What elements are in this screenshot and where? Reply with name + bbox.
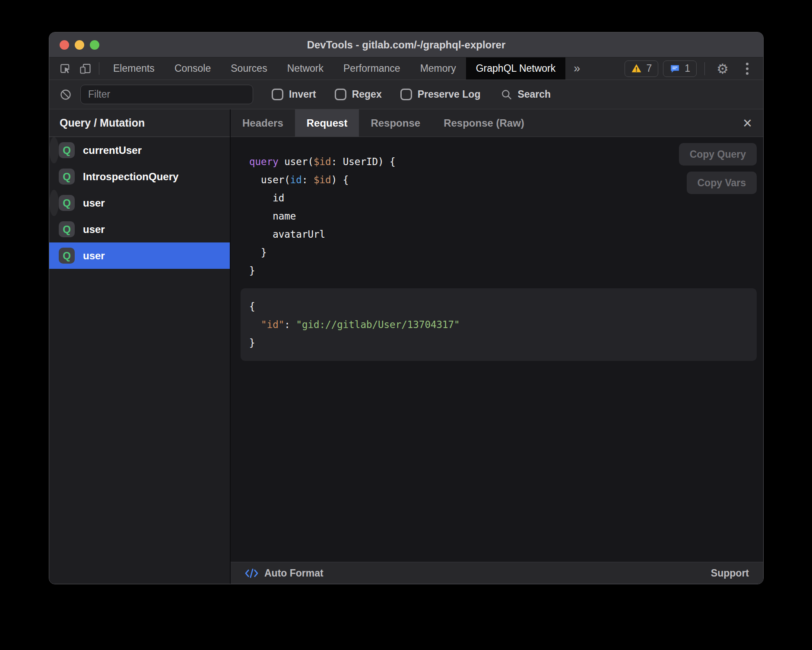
search-label: Search bbox=[517, 89, 551, 100]
issues-warning-badge[interactable]: 7 bbox=[625, 61, 658, 77]
sidebar-header: Query / Mutation bbox=[49, 109, 230, 137]
tab-performance[interactable]: Performance bbox=[333, 57, 410, 80]
filter-input[interactable] bbox=[80, 85, 253, 104]
warning-count: 7 bbox=[646, 63, 652, 74]
code-line: } bbox=[249, 334, 757, 352]
query-name-label: user bbox=[83, 223, 105, 236]
checkbox-regex[interactable]: Regex bbox=[335, 89, 382, 100]
query-type-badge: Q bbox=[59, 248, 75, 264]
detail-tab-request[interactable]: Request bbox=[295, 109, 359, 137]
detail-tabs-list: HeadersRequestResponseResponse (Raw) bbox=[231, 109, 536, 137]
close-panel-button[interactable]: × bbox=[739, 114, 755, 133]
more-panels-button[interactable]: » bbox=[565, 57, 588, 80]
device-toolbar-icon bbox=[79, 62, 92, 75]
copy-buttons: Copy Query Copy Vars bbox=[679, 143, 757, 194]
query-name-label: user bbox=[83, 250, 105, 262]
query-name-label: IntrospectionQuery bbox=[83, 171, 178, 183]
checkbox-box-icon bbox=[335, 89, 346, 100]
support-link[interactable]: Support bbox=[708, 567, 752, 580]
settings-button[interactable]: ⚙ bbox=[713, 61, 733, 76]
query-type-badge: Q bbox=[59, 142, 75, 158]
query-list-item[interactable]: QcurrentUser bbox=[49, 137, 59, 163]
variables-box: { "id": "gid://gitlab/User/13704317"} bbox=[241, 288, 757, 361]
request-body: Copy Query Copy Vars query user($id: Use… bbox=[231, 137, 763, 562]
titlebar: DevTools - gitlab.com/-/graphql-explorer bbox=[49, 32, 763, 57]
panel-content: Query / Mutation QcurrentUserQIntrospect… bbox=[49, 109, 763, 584]
checkbox-label: Preserve Log bbox=[418, 89, 481, 100]
close-window-button[interactable] bbox=[60, 40, 69, 50]
inspect-element-button[interactable] bbox=[55, 57, 75, 80]
detail-tab-headers[interactable]: Headers bbox=[231, 109, 295, 137]
checkbox-invert[interactable]: Invert bbox=[272, 89, 316, 100]
tab-network[interactable]: Network bbox=[277, 57, 333, 80]
query-name-label: currentUser bbox=[83, 144, 142, 156]
request-detail-panel: HeadersRequestResponseResponse (Raw) × C… bbox=[231, 109, 763, 584]
checkbox-label: Invert bbox=[289, 89, 316, 100]
toolbar-right-group: 7 1 ⚙ bbox=[625, 57, 763, 80]
toolbar-divider bbox=[704, 62, 705, 75]
customize-menu-button[interactable] bbox=[737, 63, 757, 75]
window-title: DevTools - gitlab.com/-/graphql-explorer bbox=[49, 39, 763, 51]
message-count: 1 bbox=[685, 63, 690, 74]
filter-bar: InvertRegexPreserve Log Search bbox=[49, 80, 763, 109]
query-list-item[interactable]: Quser bbox=[49, 190, 59, 216]
maximize-window-button[interactable] bbox=[90, 40, 99, 50]
auto-format-label: Auto Format bbox=[264, 567, 324, 579]
checkbox-box-icon bbox=[400, 89, 412, 100]
query-list-item[interactable]: Quser bbox=[49, 216, 230, 242]
checkbox-preserve-log[interactable]: Preserve Log bbox=[400, 89, 481, 100]
devtools-window: DevTools - gitlab.com/-/graphql-explorer… bbox=[49, 32, 764, 584]
query-type-badge: Q bbox=[59, 221, 75, 237]
code-brackets-icon bbox=[245, 568, 258, 579]
query-name-label: user bbox=[83, 197, 105, 209]
warning-icon bbox=[631, 63, 642, 74]
auto-format-button[interactable]: Auto Format bbox=[242, 567, 326, 580]
devtools-panel-tabs: ElementsConsoleSourcesNetworkPerformance… bbox=[103, 57, 565, 80]
query-list-item[interactable]: QIntrospectionQuery bbox=[49, 163, 230, 190]
desktop-background: { "window": { "title": "DevTools - gitla… bbox=[0, 0, 812, 650]
copy-query-button[interactable]: Copy Query bbox=[679, 143, 757, 166]
query-type-badge: Q bbox=[59, 195, 75, 211]
statusbar: Auto Format Support bbox=[231, 562, 763, 584]
code-line: name bbox=[249, 207, 757, 225]
search-icon bbox=[501, 89, 512, 100]
tab-graphql-network[interactable]: GraphQL Network bbox=[466, 57, 566, 80]
copy-vars-button[interactable]: Copy Vars bbox=[687, 172, 757, 194]
toolbar-divider bbox=[99, 62, 99, 75]
block-icon bbox=[60, 89, 72, 101]
detail-tabs: HeadersRequestResponseResponse (Raw) × bbox=[231, 109, 763, 137]
query-type-badge: Q bbox=[59, 169, 75, 185]
query-list-item[interactable]: Quser bbox=[49, 242, 230, 269]
messages-badge[interactable]: 1 bbox=[663, 61, 697, 77]
tab-memory[interactable]: Memory bbox=[410, 57, 466, 80]
toggle-device-toolbar-button[interactable] bbox=[75, 57, 95, 80]
query-list: QcurrentUserQIntrospectionQueryQuserQuse… bbox=[49, 137, 230, 269]
tab-console[interactable]: Console bbox=[165, 57, 221, 80]
code-line: avatarUrl bbox=[249, 225, 757, 243]
detail-tab-response[interactable]: Response bbox=[359, 109, 432, 137]
minimize-window-button[interactable] bbox=[75, 40, 84, 50]
code-line: { bbox=[249, 297, 757, 315]
checkbox-label: Regex bbox=[352, 89, 382, 100]
gear-icon: ⚙ bbox=[717, 61, 729, 76]
filter-checkboxes: InvertRegexPreserve Log bbox=[253, 89, 480, 100]
query-sidebar: Query / Mutation QcurrentUserQIntrospect… bbox=[49, 109, 231, 584]
code-line: } bbox=[249, 261, 757, 280]
clear-filter-button[interactable] bbox=[58, 89, 73, 101]
checkbox-box-icon bbox=[272, 89, 283, 100]
tab-elements[interactable]: Elements bbox=[103, 57, 165, 80]
kebab-menu-icon bbox=[746, 63, 749, 75]
traffic-lights bbox=[60, 32, 99, 57]
code-line: "id": "gid://gitlab/User/13704317" bbox=[249, 315, 757, 334]
main-toolbar: ElementsConsoleSourcesNetworkPerformance… bbox=[49, 57, 763, 80]
detail-tab-response-raw[interactable]: Response (Raw) bbox=[432, 109, 536, 137]
code-line: } bbox=[249, 243, 757, 261]
message-bubble-icon bbox=[669, 63, 680, 74]
search-button[interactable]: Search bbox=[501, 89, 551, 100]
variables-json-code: { "id": "gid://gitlab/User/13704317"} bbox=[249, 297, 757, 352]
tab-sources[interactable]: Sources bbox=[221, 57, 277, 80]
inspect-cursor-icon bbox=[59, 62, 72, 75]
